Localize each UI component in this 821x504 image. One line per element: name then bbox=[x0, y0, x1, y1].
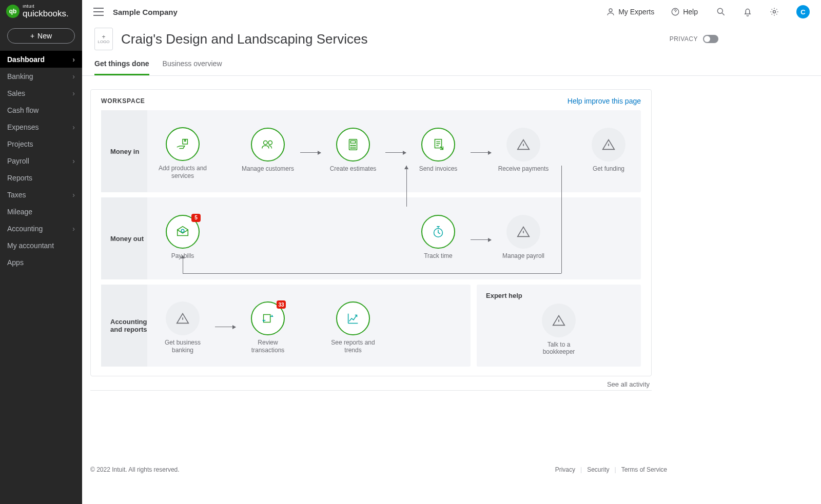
accounting-label: Accounting and reports bbox=[110, 318, 147, 333]
svg-point-11 bbox=[350, 147, 351, 148]
chevron-right-icon: › bbox=[72, 157, 75, 165]
tile-send-invoices[interactable]: Send invoices bbox=[411, 128, 465, 179]
qb-logo[interactable]: qb ıntuıt quickbooks. bbox=[0, 4, 82, 23]
search-button[interactable] bbox=[715, 6, 727, 17]
chart-line-icon bbox=[345, 311, 361, 326]
notifications-button[interactable] bbox=[742, 6, 753, 17]
tile-talk-bookkeeper[interactable]: Talk to a bookkeeper bbox=[532, 304, 586, 356]
sidebar-item-reports[interactable]: Reports bbox=[0, 169, 82, 186]
row-accounting: Accounting and reports Get business bank… bbox=[101, 285, 471, 367]
svg-point-12 bbox=[353, 147, 354, 148]
pay-bills-badge: 5 bbox=[191, 214, 201, 222]
footer: © 2022 Intuit. All rights reserved. Priv… bbox=[90, 466, 667, 473]
tab-get-things-done[interactable]: Get things done bbox=[94, 59, 149, 75]
new-button-label: New bbox=[37, 32, 52, 40]
footer-security-link[interactable]: Security bbox=[587, 466, 609, 473]
my-experts-link[interactable]: My Experts bbox=[606, 7, 654, 16]
search-icon bbox=[716, 7, 726, 17]
topbar: Sample Company My Experts Help C bbox=[82, 0, 821, 24]
settings-button[interactable] bbox=[769, 6, 780, 17]
footer-privacy-link[interactable]: Privacy bbox=[555, 466, 575, 473]
sidebar-item-payroll[interactable]: Payroll› bbox=[0, 152, 82, 169]
see-all-activity-link[interactable]: See all activity bbox=[90, 376, 652, 388]
tab-business-overview[interactable]: Business overview bbox=[163, 59, 222, 75]
hamburger-icon[interactable] bbox=[93, 8, 104, 16]
chevron-right-icon: › bbox=[72, 123, 75, 131]
sidebar-item-cash-flow[interactable]: Cash flow bbox=[0, 102, 82, 118]
tile-manage-customers[interactable]: Manage customers bbox=[241, 128, 295, 179]
svg-rect-3 bbox=[183, 139, 187, 144]
tile-review-transactions[interactable]: 33 Review transactions bbox=[241, 301, 295, 354]
my-experts-label: My Experts bbox=[618, 8, 654, 16]
warning-icon bbox=[601, 137, 616, 152]
sidebar-item-banking[interactable]: Banking› bbox=[0, 68, 82, 85]
chevron-right-icon: › bbox=[72, 55, 75, 64]
chevron-right-icon: › bbox=[72, 72, 75, 80]
privacy-label: PRIVACY bbox=[670, 35, 698, 43]
svg-point-4 bbox=[264, 140, 268, 145]
warning-icon bbox=[516, 224, 531, 239]
chevron-right-icon: › bbox=[72, 191, 75, 199]
warning-icon bbox=[516, 137, 531, 152]
tile-get-banking[interactable]: Get business banking bbox=[155, 301, 210, 354]
avatar[interactable]: C bbox=[796, 5, 810, 18]
review-trans-badge: 33 bbox=[277, 300, 286, 309]
tile-add-products[interactable]: Add products and services bbox=[155, 127, 210, 179]
svg-point-9 bbox=[353, 145, 354, 146]
sidebar-item-my-accountant[interactable]: My accountant bbox=[0, 237, 82, 254]
sidebar-item-dashboard[interactable]: Dashboard› bbox=[0, 51, 82, 68]
sidebar-item-sales[interactable]: Sales› bbox=[0, 85, 82, 102]
row-money-out: Money out 5 Pay bills bbox=[101, 197, 641, 279]
sidebar-item-projects[interactable]: Projects bbox=[0, 135, 82, 152]
tabs: Get things done Business overview bbox=[82, 50, 821, 76]
logo-placeholder[interactable]: + LOGO bbox=[94, 28, 113, 50]
box-hand-icon bbox=[175, 136, 190, 152]
tile-get-funding[interactable]: Get funding bbox=[581, 128, 636, 179]
expert-help-label: Expert help bbox=[486, 292, 632, 299]
stopwatch-icon bbox=[431, 224, 446, 239]
help-link[interactable]: Help bbox=[671, 7, 698, 16]
copyright: © 2022 Intuit. All rights reserved. bbox=[90, 466, 180, 473]
sidebar-item-taxes[interactable]: Taxes› bbox=[0, 186, 82, 203]
money-out-label: Money out bbox=[110, 235, 144, 243]
bell-icon bbox=[742, 7, 753, 17]
logo-placeholder-label: LOGO bbox=[97, 40, 109, 45]
svg-point-8 bbox=[350, 145, 351, 146]
calculator-icon bbox=[345, 137, 361, 152]
sidebar: qb ıntuıt quickbooks. + New Dashboard› B… bbox=[0, 0, 82, 504]
company-name[interactable]: Sample Company bbox=[113, 8, 178, 16]
new-button[interactable]: + New bbox=[7, 28, 75, 44]
svg-point-13 bbox=[355, 147, 356, 148]
transfer-icon bbox=[260, 311, 276, 326]
envelope-money-icon bbox=[175, 224, 190, 239]
tile-receive-payments[interactable]: Receive payments bbox=[496, 128, 551, 179]
svg-rect-17 bbox=[264, 315, 270, 322]
tile-pay-bills[interactable]: 5 Pay bills bbox=[155, 215, 210, 267]
svg-point-1 bbox=[717, 8, 722, 13]
page-header: + LOGO Craig's Design and Landscaping Se… bbox=[82, 24, 821, 50]
tile-track-time[interactable]: Track time bbox=[411, 215, 465, 267]
nav-list: Dashboard› Banking› Sales› Cash flow Exp… bbox=[0, 51, 82, 271]
svg-rect-7 bbox=[350, 140, 355, 143]
page-title: Craig's Design and Landscaping Services bbox=[121, 31, 367, 47]
tile-create-estimates[interactable]: Create estimates bbox=[326, 128, 380, 179]
workspace-label: WORKSPACE bbox=[101, 97, 145, 105]
sidebar-item-apps[interactable]: Apps bbox=[0, 254, 82, 271]
qb-mark-icon: qb bbox=[6, 5, 19, 18]
tile-see-reports[interactable]: See reports and trends bbox=[326, 301, 380, 354]
sidebar-item-mileage[interactable]: Mileage bbox=[0, 203, 82, 220]
footer-terms-link[interactable]: Terms of Service bbox=[621, 466, 667, 473]
invoice-icon bbox=[431, 137, 446, 152]
sidebar-item-expenses[interactable]: Expenses› bbox=[0, 118, 82, 135]
help-improve-link[interactable]: Help improve this page bbox=[568, 97, 641, 105]
money-in-label: Money in bbox=[110, 148, 139, 155]
people-icon bbox=[260, 137, 276, 152]
svg-point-10 bbox=[355, 145, 356, 146]
help-icon bbox=[671, 7, 680, 16]
workspace-card: WORKSPACE Help improve this page Money i… bbox=[90, 89, 652, 376]
row-money-in: Money in Add products and services bbox=[101, 110, 641, 192]
privacy-toggle[interactable] bbox=[703, 35, 718, 43]
person-icon bbox=[606, 7, 615, 16]
sidebar-item-accounting[interactable]: Accounting› bbox=[0, 220, 82, 237]
tile-manage-payroll[interactable]: Manage payroll bbox=[496, 215, 551, 267]
